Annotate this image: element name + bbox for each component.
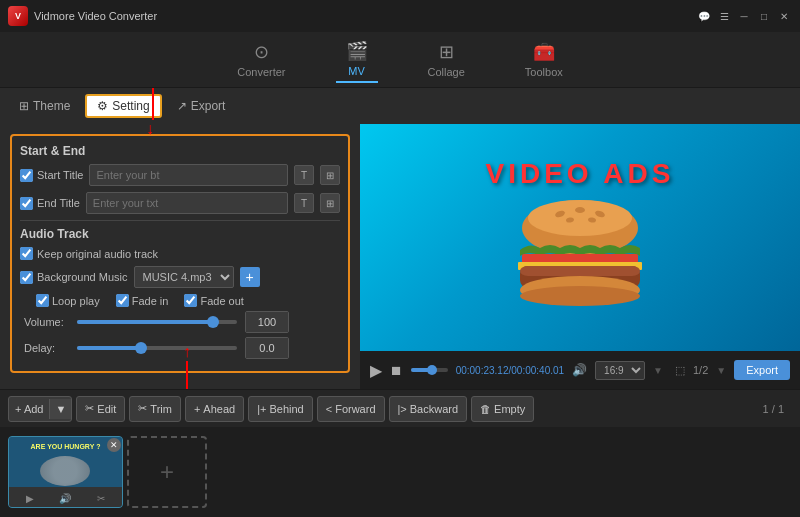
- svg-point-12: [520, 286, 640, 306]
- tab-converter-label: Converter: [237, 66, 285, 78]
- tab-toolbox-label: Toolbox: [525, 66, 563, 78]
- bottom-toolbar: + Add ▼ ✂ Edit ✂ Trim + Ahead |+ Behind …: [0, 389, 800, 427]
- bg-music-check-label[interactable]: Background Music: [20, 271, 128, 284]
- behind-label: Behind: [269, 403, 303, 415]
- behind-btn[interactable]: |+ Behind: [248, 396, 313, 422]
- end-title-input[interactable]: [86, 192, 288, 214]
- main-area: ⊞ Theme ⚙ Setting ↗ Export Start & End: [0, 88, 800, 517]
- preview-area: VIDEO ADS: [360, 124, 800, 351]
- ahead-btn[interactable]: + Ahead: [185, 396, 244, 422]
- content-row: Start & End Start Title T ⊞ End Title: [0, 124, 800, 389]
- audio-track-title: Audio Track: [20, 227, 340, 241]
- edit-btn[interactable]: ✂ Edit: [76, 396, 125, 422]
- toolbox-icon: 🧰: [533, 41, 555, 63]
- sub-tabs-bar: ⊞ Theme ⚙ Setting ↗ Export: [0, 88, 800, 124]
- sub-tab-export[interactable]: ↗ Export: [166, 95, 237, 117]
- start-end-title: Start & End: [20, 144, 340, 158]
- behind-icon: |+: [257, 403, 266, 415]
- burger-image: [500, 198, 660, 318]
- right-panel: VIDEO ADS: [360, 124, 800, 389]
- clip-delete-btn[interactable]: ✕: [107, 438, 121, 452]
- volume-value-input[interactable]: [246, 312, 288, 332]
- maximize-btn[interactable]: □: [756, 8, 772, 24]
- time-display: 00:00:23.12/00:00:40.01: [456, 365, 564, 376]
- backward-btn[interactable]: |> Backward: [389, 396, 468, 422]
- add-plus-icon: +: [15, 403, 21, 415]
- forward-btn[interactable]: < Forward: [317, 396, 385, 422]
- bg-music-add-btn[interactable]: +: [240, 267, 260, 287]
- play-button[interactable]: ▶: [370, 361, 382, 380]
- clip-content: ARE YOU HUNGRY ?: [27, 438, 105, 485]
- clip-thumbnail-1: ✕ ARE YOU HUNGRY ?: [9, 437, 122, 487]
- clip-cut-icon[interactable]: ✂: [97, 493, 105, 504]
- svg-point-1: [528, 200, 632, 236]
- clip-audio-icon[interactable]: 🔊: [59, 493, 71, 504]
- add-btn-group[interactable]: + Add ▼: [8, 396, 72, 422]
- start-title-check-label[interactable]: Start Title: [20, 169, 83, 182]
- tab-collage[interactable]: ⊞ Collage: [418, 37, 475, 82]
- start-title-grid-icon[interactable]: ⊞: [320, 165, 340, 185]
- fade-out-label[interactable]: Fade out: [184, 294, 243, 307]
- aspect-ratio-select[interactable]: 16:9: [595, 361, 645, 380]
- start-title-checkbox[interactable]: [20, 169, 33, 182]
- export-button[interactable]: Export: [734, 360, 790, 380]
- chat-icon-btn[interactable]: 💬: [696, 8, 712, 24]
- delay-label: Delay:: [24, 342, 69, 354]
- delay-track[interactable]: [77, 346, 237, 350]
- end-title-check-label[interactable]: End Title: [20, 197, 80, 210]
- add-btn-main[interactable]: + Add: [9, 399, 49, 419]
- fade-in-checkbox[interactable]: [116, 294, 129, 307]
- playback-options-row: Loop play Fade in Fade out: [36, 294, 340, 307]
- setting-gear-icon: ⚙: [97, 99, 108, 113]
- volume-thumb[interactable]: [207, 316, 219, 328]
- volume-value-box: [245, 311, 289, 333]
- end-title-checkbox[interactable]: [20, 197, 33, 210]
- loop-play-checkbox[interactable]: [36, 294, 49, 307]
- delay-value-box: [245, 337, 289, 359]
- tab-toolbox[interactable]: 🧰 Toolbox: [515, 37, 573, 82]
- add-clip-btn[interactable]: +: [127, 436, 207, 508]
- fade-out-checkbox[interactable]: [184, 294, 197, 307]
- menu-btn[interactable]: ☰: [716, 8, 732, 24]
- volume-track[interactable]: [77, 320, 237, 324]
- minimize-btn[interactable]: ─: [736, 8, 752, 24]
- bg-music-select[interactable]: MUSIC 4.mp3: [134, 266, 234, 288]
- stop-button[interactable]: ⏹: [390, 363, 403, 378]
- empty-btn[interactable]: 🗑 Empty: [471, 396, 534, 422]
- sub-tab-setting[interactable]: ⚙ Setting: [85, 94, 161, 118]
- volume-row: Volume:: [20, 311, 340, 333]
- start-title-input[interactable]: [89, 164, 288, 186]
- title-bar-controls: 💬 ☰ ─ □ ✕: [696, 8, 792, 24]
- keep-original-checkbox[interactable]: [20, 247, 33, 260]
- sub-tab-theme[interactable]: ⊞ Theme: [8, 95, 81, 117]
- tab-mv[interactable]: 🎬 MV: [336, 36, 378, 83]
- end-title-grid-icon[interactable]: ⊞: [320, 193, 340, 213]
- fade-in-label[interactable]: Fade in: [116, 294, 169, 307]
- mv-icon: 🎬: [346, 40, 368, 62]
- page-dropdown-icon[interactable]: ▼: [716, 365, 726, 376]
- title-bar: V Vidmore Video Converter 💬 ☰ ─ □ ✕: [0, 0, 800, 32]
- time-thumb[interactable]: [427, 365, 437, 375]
- delay-thumb[interactable]: [135, 342, 147, 354]
- volume-icon[interactable]: 🔊: [572, 363, 587, 377]
- tab-converter[interactable]: ⊙ Converter: [227, 37, 295, 82]
- start-title-row: Start Title T ⊞: [20, 164, 340, 186]
- close-btn[interactable]: ✕: [776, 8, 792, 24]
- ahead-label: Ahead: [203, 403, 235, 415]
- delay-value-input[interactable]: [246, 338, 288, 358]
- start-title-label: Start Title: [37, 169, 83, 181]
- clip-item-1[interactable]: ✕ ARE YOU HUNGRY ? ▶ 🔊 ✂: [8, 436, 123, 508]
- keep-original-label[interactable]: Keep original audio track: [20, 247, 158, 260]
- tab-collage-label: Collage: [428, 66, 465, 78]
- time-current: 00:00:23.12: [456, 365, 509, 376]
- end-title-font-icon[interactable]: T: [294, 193, 314, 213]
- trash-icon: 🗑: [480, 403, 491, 415]
- ratio-dropdown-icon[interactable]: ▼: [653, 365, 663, 376]
- bg-music-checkbox[interactable]: [20, 271, 33, 284]
- clip-play-icon[interactable]: ▶: [26, 493, 34, 504]
- time-progress-bar[interactable]: [411, 368, 448, 372]
- trim-btn[interactable]: ✂ Trim: [129, 396, 181, 422]
- add-btn-dropdown[interactable]: ▼: [49, 399, 71, 419]
- start-title-font-icon[interactable]: T: [294, 165, 314, 185]
- loop-play-label[interactable]: Loop play: [36, 294, 100, 307]
